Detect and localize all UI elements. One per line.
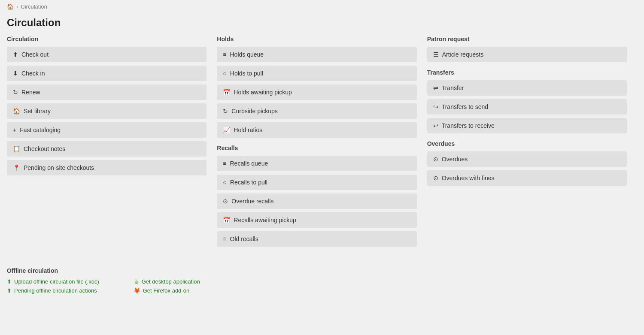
checkout-notes-button[interactable]: 📋 Checkout notes	[7, 141, 207, 157]
breadcrumb-current: Circulation	[21, 3, 47, 10]
old-recalls-button[interactable]: ≡ Old recalls	[217, 231, 416, 247]
check-out-label: Check out	[21, 51, 49, 58]
library-icon: 🏠	[13, 108, 20, 115]
holds-section-title: Holds	[217, 36, 416, 42]
upload-icon: ⬆	[7, 278, 12, 285]
circulation-section-title: Circulation	[7, 36, 207, 42]
fast-cataloging-button[interactable]: + Fast cataloging	[7, 122, 207, 138]
transfers-to-receive-button[interactable]: ↩ Transfers to receive	[427, 118, 627, 133]
curbside-pickups-button[interactable]: ↻ Curbside pickups	[217, 103, 416, 119]
desktop-icon: 🖥	[134, 278, 139, 285]
holds-to-pull-button[interactable]: ○ Holds to pull	[217, 66, 416, 81]
offline-col-2: 🖥 Get desktop application 🦊 Get Firefox …	[134, 278, 200, 294]
offline-title: Offline circulation	[7, 267, 637, 274]
old-recalls-icon: ≡	[223, 235, 226, 242]
set-library-button[interactable]: 🏠 Set library	[7, 103, 207, 119]
pin-icon: 📍	[13, 164, 20, 171]
circulation-column: Circulation ⬆ Check out ⬇ Check in ↻ Ren…	[7, 36, 217, 250]
right-column: Patron request ☰ Article requests Transf…	[427, 36, 637, 250]
article-icon: ☰	[433, 51, 439, 58]
holds-awaiting-pickup-button[interactable]: 📅 Holds awaiting pickup	[217, 85, 416, 100]
overdues-section-title: Overdues	[427, 140, 627, 147]
get-firefox-link[interactable]: 🦊 Get Firefox add-on	[134, 287, 200, 294]
overdue-icon: ⊙	[223, 198, 228, 205]
curbside-pickups-label: Curbside pickups	[231, 108, 277, 115]
upload-offline-link[interactable]: ⬆ Upload offline circulation file (.koc)	[7, 278, 99, 285]
transfers-to-receive-label: Transfers to receive	[442, 122, 495, 129]
holds-awaiting-pickup-label: Holds awaiting pickup	[234, 89, 292, 96]
check-in-label: Check in	[21, 70, 45, 77]
breadcrumb: 🏠 › Circulation	[0, 0, 644, 13]
recalls-circle-icon: ○	[223, 179, 226, 186]
holds-recalls-column: Holds ≡ Holds queue ○ Holds to pull 📅 Ho…	[217, 36, 427, 250]
article-requests-label: Article requests	[442, 51, 483, 58]
pending-onsite-button[interactable]: 📍 Pending on-site checkouts	[7, 160, 207, 175]
fast-cataloging-label: Fast cataloging	[20, 127, 61, 133]
overdues-icon: ⊙	[433, 156, 438, 163]
recalls-awaiting-pickup-label: Recalls awaiting pickup	[234, 217, 296, 223]
recalls-to-pull-label: Recalls to pull	[230, 179, 267, 186]
overdues-button[interactable]: ⊙ Overdues	[427, 151, 627, 167]
old-recalls-label: Old recalls	[230, 235, 258, 242]
check-out-button[interactable]: ⬆ Check out	[7, 47, 207, 62]
overdue-recalls-label: Overdue recalls	[231, 198, 273, 205]
recalls-to-pull-button[interactable]: ○ Recalls to pull	[217, 175, 416, 190]
patron-request-section-title: Patron request	[427, 36, 627, 42]
pending-offline-label: Pending offline circulation actions	[14, 287, 97, 294]
transfers-to-send-label: Transfers to send	[442, 103, 488, 110]
offline-links: ⬆ Upload offline circulation file (.koc)…	[7, 278, 637, 294]
overdues-label: Overdues	[442, 156, 468, 163]
recalls-calendar-icon: 📅	[223, 217, 230, 223]
transfers-section-title: Transfers	[427, 69, 627, 76]
circle-icon: ○	[223, 70, 226, 77]
transfers-to-send-button[interactable]: ↪ Transfers to send	[427, 99, 627, 115]
set-library-label: Set library	[24, 108, 51, 115]
recalls-queue-label: Recalls queue	[230, 160, 268, 167]
home-icon[interactable]: 🏠	[7, 3, 14, 10]
transfer-label: Transfer	[442, 85, 464, 91]
page-title: Circulation	[0, 13, 644, 36]
renew-button[interactable]: ↻ Renew	[7, 85, 207, 100]
pending-offline-link[interactable]: ⬆ Pending offline circulation actions	[7, 287, 99, 294]
refresh-icon: ↻	[223, 108, 228, 115]
holds-queue-label: Holds queue	[230, 51, 264, 58]
checkout-icon: ⬆	[13, 51, 18, 58]
hold-ratios-button[interactable]: 📈 Hold ratios	[217, 122, 416, 138]
receive-icon: ↩	[433, 122, 438, 129]
firefox-icon: 🦊	[134, 287, 140, 294]
offline-col-1: ⬆ Upload offline circulation file (.koc)…	[7, 278, 99, 294]
calendar-icon: 📅	[223, 89, 230, 96]
upload-offline-label: Upload offline circulation file (.koc)	[14, 278, 99, 285]
chart-icon: 📈	[223, 127, 230, 133]
checkout-notes-label: Checkout notes	[24, 145, 65, 152]
list-icon: ≡	[223, 51, 226, 58]
overdue-recalls-button[interactable]: ⊙ Overdue recalls	[217, 193, 416, 209]
transfer-button[interactable]: ⇌ Transfer	[427, 80, 627, 96]
fines-icon: ⊙	[433, 175, 438, 181]
pending-onsite-label: Pending on-site checkouts	[24, 164, 94, 171]
holds-to-pull-label: Holds to pull	[230, 70, 263, 77]
recalls-awaiting-pickup-button[interactable]: 📅 Recalls awaiting pickup	[217, 212, 416, 228]
get-desktop-link[interactable]: 🖥 Get desktop application	[134, 278, 200, 285]
renew-icon: ↻	[13, 89, 18, 96]
check-in-button[interactable]: ⬇ Check in	[7, 66, 207, 81]
offline-section: Offline circulation ⬆ Upload offline cir…	[7, 264, 637, 294]
overdues-with-fines-button[interactable]: ⊙ Overdues with fines	[427, 170, 627, 186]
checkin-icon: ⬇	[13, 70, 18, 77]
transfer-icon: ⇌	[433, 85, 438, 91]
plus-icon: +	[13, 127, 16, 133]
recalls-section-title: Recalls	[217, 145, 416, 151]
recalls-queue-button[interactable]: ≡ Recalls queue	[217, 156, 416, 171]
get-desktop-label: Get desktop application	[142, 278, 200, 285]
send-icon: ↪	[433, 103, 438, 110]
holds-queue-button[interactable]: ≡ Holds queue	[217, 47, 416, 62]
article-requests-button[interactable]: ☰ Article requests	[427, 47, 627, 62]
hold-ratios-label: Hold ratios	[234, 127, 262, 133]
pending-icon: ⬆	[7, 287, 12, 294]
renew-label: Renew	[21, 89, 40, 96]
overdues-with-fines-label: Overdues with fines	[442, 175, 495, 181]
get-firefox-label: Get Firefox add-on	[143, 287, 189, 294]
notes-icon: 📋	[13, 145, 20, 152]
recalls-list-icon: ≡	[223, 160, 226, 167]
breadcrumb-separator: ›	[16, 3, 18, 10]
